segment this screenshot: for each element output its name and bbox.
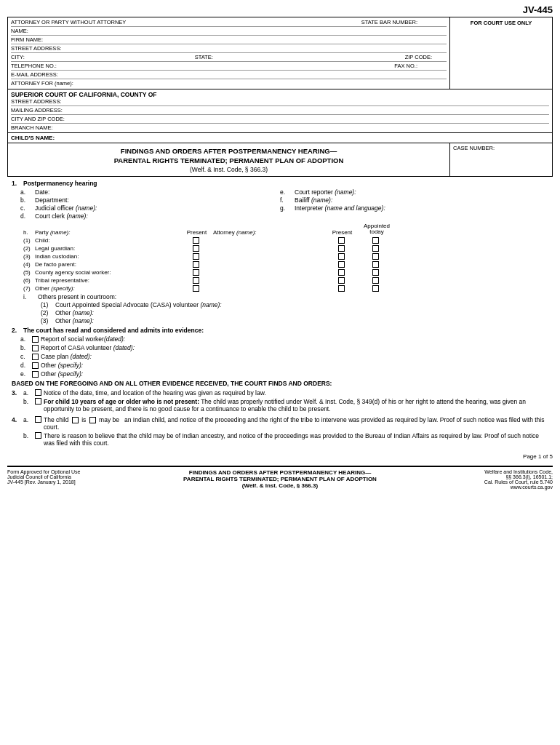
item-b-content: Department: — [35, 196, 280, 204]
item-a-content: Date: — [35, 188, 280, 196]
row6-atty-present-checkbox[interactable] — [326, 277, 359, 284]
item-i-label: i. — [23, 293, 38, 300]
s2b-checkbox[interactable] — [32, 345, 39, 351]
row4-label: De facto parent: — [35, 261, 180, 268]
court-street-label: STREET ADDRESS: — [11, 98, 61, 105]
s2d-checkbox[interactable] — [32, 362, 39, 369]
s2e-checkbox[interactable] — [32, 371, 39, 378]
section1-number: 1. — [12, 180, 23, 187]
section4-number: 4. — [12, 416, 23, 423]
party-name-header: Party (name): — [35, 229, 180, 236]
row5-atty-present-checkbox[interactable] — [326, 269, 359, 276]
row4-appointed-checkbox[interactable] — [359, 261, 395, 268]
row1-present-checkbox[interactable] — [180, 237, 213, 244]
item-d-content: Court clerk (name): — [35, 212, 280, 220]
row2-label: Legal guardian: — [35, 245, 180, 252]
row6-appointed-checkbox[interactable] — [359, 277, 395, 284]
s2a-text: Report of social worker(dated): — [41, 335, 125, 343]
s3a-checkbox[interactable] — [35, 389, 41, 396]
s3b-letter: b. — [23, 398, 35, 405]
s2b-letter: b. — [20, 344, 32, 351]
row2-num: (2) — [23, 245, 35, 252]
row5-num: (5) — [23, 269, 35, 276]
attorney-for-label: ATTORNEY FOR (name): — [11, 80, 73, 87]
form-title-line3: (Welf. & Inst. Code, § 366.3) — [14, 166, 444, 173]
firm-label: FIRM NAME: — [11, 36, 43, 43]
street-label: STREET ADDRESS: — [11, 45, 61, 52]
court-use-label: FOR COURT USE ONLY — [471, 20, 532, 26]
page-number: Page 1 of 5 — [7, 453, 553, 460]
zip-label: ZIP CODE: — [405, 54, 432, 60]
form-number: JV-445 — [7, 4, 553, 15]
footer-title1: FINDINGS AND ORDERS AFTER POSTPERMANENCY… — [144, 469, 417, 476]
s4a-checkbox[interactable] — [35, 416, 41, 423]
item-f-label: f. — [280, 196, 295, 204]
row1-num: (1) — [23, 237, 35, 244]
form-title-line2: PARENTAL RIGHTS TERMINATED; PERMANENT PL… — [14, 156, 444, 165]
s4b-checkbox[interactable] — [35, 432, 41, 439]
item-g-label: g. — [280, 204, 295, 212]
row1-label: Child: — [35, 237, 180, 244]
row4-num: (4) — [23, 261, 35, 268]
findings-header: BASED ON THE FOREGOING AND ON ALL OTHER … — [12, 380, 548, 387]
row4-atty-present-checkbox[interactable] — [326, 261, 359, 268]
footer-approved-label: Form Approved for Optional Use — [7, 469, 144, 474]
item-f-content: Bailiff (name): — [295, 196, 548, 204]
footer-council-label: Judicial Council of California — [7, 474, 144, 479]
footer-website: www.courts.ca.gov — [417, 485, 553, 490]
row3-present-checkbox[interactable] — [180, 253, 213, 260]
s4a-text: The child is may be an Indian child, and… — [44, 416, 548, 431]
attorney-label: ATTORNEY OR PARTY WITHOUT ATTORNEY — [11, 19, 126, 25]
row7-appointed-checkbox[interactable] — [359, 285, 395, 292]
row1-atty-present-checkbox[interactable] — [326, 237, 359, 244]
row1-appointed-checkbox[interactable] — [359, 237, 395, 244]
row7-num: (7) — [23, 285, 35, 292]
s2c-checkbox[interactable] — [32, 354, 39, 360]
s3a-text: Notice of the date, time, and location o… — [44, 389, 266, 397]
s2e-text: Other (specify): — [41, 370, 83, 378]
s4a-is-checkbox[interactable] — [72, 417, 79, 423]
s4b-letter: b. — [23, 432, 35, 439]
section1-title: Postpermanency hearing — [23, 180, 97, 187]
row3-appointed-checkbox[interactable] — [359, 253, 395, 260]
row2-present-checkbox[interactable] — [180, 245, 213, 252]
s3b-checkbox[interactable] — [35, 398, 41, 405]
court-mailing-label: MAILING ADDRESS: — [11, 107, 63, 113]
s2a-checkbox[interactable] — [32, 336, 39, 343]
row2-atty-present-checkbox[interactable] — [326, 245, 359, 252]
row2-appointed-checkbox[interactable] — [359, 245, 395, 252]
name-label: NAME: — [11, 28, 28, 34]
item-b-label: b. — [20, 196, 35, 204]
s2c-letter: c. — [20, 353, 32, 360]
court-city-zip-label: CITY AND ZIP CODE: — [11, 116, 65, 122]
s3b-text: For child 10 years of age or older who i… — [44, 398, 548, 413]
state-label: STATE: — [195, 54, 213, 60]
row7-atty-present-checkbox[interactable] — [326, 285, 359, 292]
s4a-maybe-checkbox[interactable] — [89, 417, 96, 423]
atty-present-header: Present — [326, 229, 359, 236]
row6-present-checkbox[interactable] — [180, 277, 213, 284]
party-h-label: h. — [23, 229, 35, 236]
row3-atty-present-checkbox[interactable] — [326, 253, 359, 260]
item-g-content: Interpreter (name and language): — [295, 204, 548, 212]
footer-form-id: JV-445 [Rev. January 1, 2018] — [7, 479, 144, 485]
s2b-text: Report of CASA volunteer (dated): — [41, 344, 135, 351]
others-1-content: Court Appointed Special Advocate (CASA) … — [55, 301, 548, 308]
email-label: E-MAIL ADDRESS: — [11, 71, 58, 78]
s2a-letter: a. — [20, 335, 32, 343]
item-c-content: Judicial officer (name): — [35, 204, 280, 212]
others-3-content: Other (name): — [55, 317, 548, 324]
telephone-label: TELEPHONE NO.: — [11, 63, 57, 69]
form-title-line1: FINDINGS AND ORDERS AFTER POSTPERMANENCY… — [14, 146, 444, 156]
section3-number: 3. — [12, 389, 23, 397]
row4-present-checkbox[interactable] — [180, 261, 213, 268]
row5-appointed-checkbox[interactable] — [359, 269, 395, 276]
childs-name-label: CHILD'S NAME: — [11, 135, 55, 141]
row5-present-checkbox[interactable] — [180, 269, 213, 276]
footer-title3: (Welf. & Inst. Code, § 366.3) — [144, 482, 417, 489]
city-label: CITY: — [11, 54, 25, 60]
row7-present-checkbox[interactable] — [180, 285, 213, 292]
section2-title: The court has read and considered and ad… — [23, 327, 204, 334]
row6-label: Tribal representative: — [35, 277, 180, 284]
s4a-letter: a. — [23, 416, 35, 423]
